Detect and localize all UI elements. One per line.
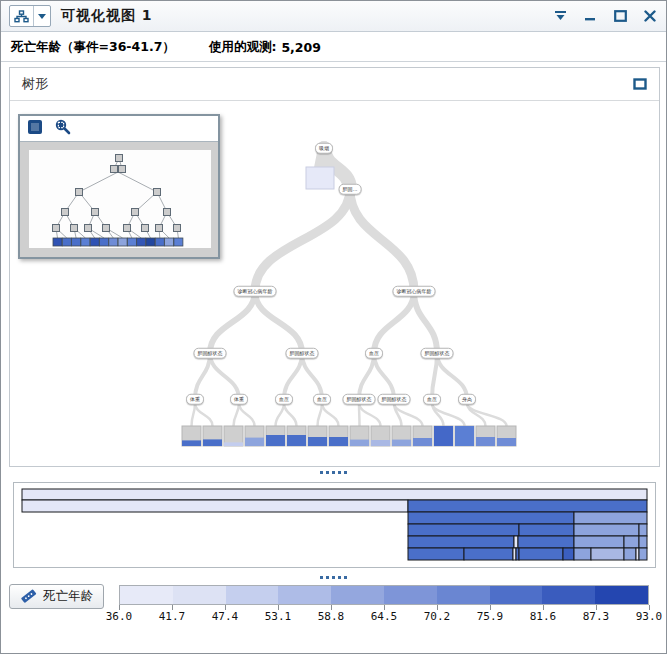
tree-link bbox=[210, 291, 255, 353]
tree-panel-title: 树形 bbox=[22, 75, 48, 93]
icicle-segment[interactable] bbox=[639, 548, 647, 560]
mini-node bbox=[103, 225, 110, 232]
legend-tick-label: 47.4 bbox=[212, 610, 239, 623]
icicle-segment[interactable] bbox=[624, 536, 639, 548]
icicle-segment[interactable] bbox=[408, 512, 574, 524]
tree-leaf-node[interactable] bbox=[306, 167, 334, 189]
legend-tick-label: 70.2 bbox=[424, 610, 451, 623]
minimize-icon[interactable] bbox=[582, 8, 598, 24]
tree-leaf-fill bbox=[287, 435, 306, 446]
icicle-segment[interactable] bbox=[22, 489, 647, 500]
tree-link bbox=[284, 403, 297, 426]
maximize-panel-icon[interactable] bbox=[632, 78, 647, 91]
panel-menu-icon[interactable] bbox=[552, 8, 568, 24]
tree-node[interactable]: 胆固醇状态 bbox=[421, 348, 454, 359]
icicle-segment[interactable] bbox=[22, 500, 408, 512]
icicle-segment[interactable] bbox=[408, 500, 647, 512]
icicle-segment[interactable] bbox=[574, 548, 591, 560]
mini-leaf bbox=[146, 238, 155, 246]
tree-leaf-fill bbox=[203, 439, 222, 446]
mini-node bbox=[62, 209, 69, 216]
icicle-segment[interactable] bbox=[408, 536, 514, 548]
icicle-segment[interactable] bbox=[639, 524, 647, 536]
tree-link bbox=[210, 353, 239, 399]
maximize-icon[interactable] bbox=[612, 8, 628, 24]
mini-node bbox=[156, 225, 163, 232]
mini-node bbox=[85, 225, 92, 232]
icicle-segment[interactable] bbox=[408, 548, 464, 560]
icicle-plot bbox=[14, 483, 655, 567]
legend-color-segment bbox=[226, 586, 279, 604]
tree-node[interactable]: 血压 bbox=[365, 348, 383, 359]
tree-node[interactable]: 血压 bbox=[313, 394, 331, 405]
mini-node bbox=[142, 225, 149, 232]
legend-color-segment bbox=[173, 586, 226, 604]
icicle-segment[interactable] bbox=[519, 524, 574, 536]
splitter-handle[interactable] bbox=[1, 468, 666, 477]
legend-tick-label: 81.6 bbox=[530, 610, 557, 623]
icicle-segment[interactable] bbox=[624, 548, 636, 560]
mini-node bbox=[71, 225, 78, 232]
overview-thumbnail[interactable] bbox=[29, 150, 211, 248]
icicle-segment[interactable] bbox=[574, 512, 647, 524]
window-controls bbox=[552, 8, 658, 24]
chevron-down-icon[interactable] bbox=[34, 12, 50, 21]
tree-leaf-fill bbox=[224, 442, 243, 446]
tree-link bbox=[195, 403, 213, 426]
tree-node[interactable]: 胆固醇状态 bbox=[378, 394, 411, 405]
tree-node[interactable]: 吸烟 bbox=[315, 143, 333, 154]
tree-link bbox=[374, 291, 414, 353]
icicle-segment[interactable] bbox=[519, 548, 563, 560]
mini-node bbox=[53, 225, 60, 232]
mini-node bbox=[119, 166, 126, 173]
mini-link bbox=[79, 172, 118, 192]
icicle-segment[interactable] bbox=[591, 548, 624, 560]
icicle-segment[interactable] bbox=[574, 536, 624, 548]
tree-node[interactable]: 诊断冠心病年龄 bbox=[234, 286, 277, 297]
tree-leaf-fill bbox=[371, 440, 390, 446]
icicle-segment[interactable] bbox=[574, 524, 639, 536]
mini-leaf bbox=[53, 238, 62, 246]
tree-node[interactable]: 体重 bbox=[230, 394, 248, 405]
legend-tick-label: 36.0 bbox=[106, 610, 133, 623]
tree-leaf-fill bbox=[392, 440, 411, 446]
legend-color-segment bbox=[120, 586, 173, 604]
icicle-segment[interactable] bbox=[563, 548, 574, 560]
tree-node[interactable]: 胆固醇状态 bbox=[194, 348, 227, 359]
mini-node bbox=[111, 166, 118, 173]
tree-link bbox=[302, 353, 322, 399]
tree-node[interactable]: 诊断冠心病年龄 bbox=[393, 286, 436, 297]
fit-view-icon[interactable] bbox=[27, 119, 43, 139]
overview-inset[interactable] bbox=[18, 114, 220, 259]
chart-type-button[interactable] bbox=[9, 5, 51, 27]
icicle-segment[interactable] bbox=[408, 524, 519, 536]
mini-leaf bbox=[72, 238, 81, 246]
icicle-segment[interactable] bbox=[639, 536, 647, 548]
legend-tick-label: 53.1 bbox=[265, 610, 292, 623]
tree-node[interactable]: 胆固醇状态 bbox=[286, 348, 319, 359]
tree-node[interactable]: 血压 bbox=[423, 394, 441, 405]
tree-node[interactable]: 胆固... bbox=[339, 184, 362, 195]
mini-leaf bbox=[174, 238, 183, 246]
close-icon[interactable] bbox=[642, 8, 658, 24]
tree-node[interactable]: 身高 bbox=[458, 394, 476, 405]
tree-leaf-fill bbox=[329, 437, 348, 446]
legend-color-segment bbox=[331, 586, 384, 604]
tree-leaf-fill bbox=[434, 426, 453, 446]
zoom-selection-icon[interactable] bbox=[53, 118, 71, 139]
tree-link bbox=[284, 353, 302, 399]
mini-leaf bbox=[90, 238, 99, 246]
tree-canvas[interactable]: 吸烟胆固...诊断冠心病年龄诊断冠心病年龄胆固醇状态胆固醇状态血压胆固醇状态体重… bbox=[10, 101, 659, 466]
tree-link bbox=[359, 403, 381, 426]
mini-leaf bbox=[81, 238, 90, 246]
tree-node[interactable]: 血压 bbox=[275, 394, 293, 405]
tree-node[interactable]: 体重 bbox=[186, 394, 204, 405]
icicle-segment[interactable] bbox=[514, 536, 518, 548]
measure-field-button[interactable]: 死亡年龄 bbox=[9, 584, 104, 609]
mini-node bbox=[92, 209, 99, 216]
tree-link bbox=[359, 353, 374, 399]
legend-row: 死亡年龄 36.041.747.453.158.864.570.275.981.… bbox=[1, 581, 666, 627]
icicle-segment[interactable] bbox=[464, 548, 513, 560]
tree-node[interactable]: 胆固醇状态 bbox=[343, 394, 376, 405]
icicle-segment[interactable] bbox=[518, 536, 574, 548]
